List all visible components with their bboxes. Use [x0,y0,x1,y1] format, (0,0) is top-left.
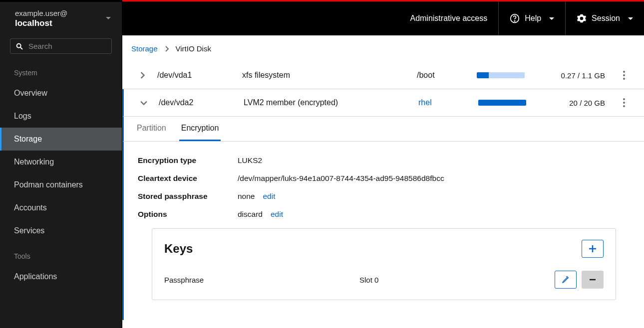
expand-toggle[interactable] [127,72,157,79]
nav-section-tools: Tools [0,242,122,265]
partition-fs: LVM2 member (encrypted) [244,98,418,107]
key-row: Passphrase Slot 0 [164,271,604,289]
row-menu[interactable] [609,98,639,107]
chevron-right-icon [165,46,169,52]
nav-storage[interactable]: Storage [0,128,122,151]
nav-networking[interactable]: Networking [0,151,122,173]
partition-row: /dev/vda2 LVM2 member (encrypted) rhel 2… [122,89,644,117]
username: example.user@ [15,9,112,17]
svg-point-4 [623,71,625,73]
caret-down-icon [549,17,554,20]
value-cleartext-device: /dev/mapper/luks-94e1a007-8744-4354-ad95… [238,174,630,183]
svg-point-5 [623,74,625,76]
label-encryption-type: Encryption type [138,156,238,165]
nav-overview[interactable]: Overview [0,82,122,105]
value-encryption-type: LUKS2 [238,156,630,165]
sidebar: example.user@ localhost System Overview … [0,0,122,328]
admin-access-label: Administrative access [410,14,487,23]
pencil-icon [562,276,570,284]
svg-line-1 [20,47,22,49]
minus-icon [589,276,597,284]
label-stored-passphrase: Stored passphrase [138,192,238,201]
edit-passphrase-link[interactable]: edit [263,192,275,201]
nav-podman[interactable]: Podman containers [0,173,122,196]
key-slot: Slot 0 [359,276,555,284]
nav-section-system: System [0,59,122,82]
usage-bar [477,72,537,78]
partition-row: /dev/vda1 xfs filesystem /boot 0.27 / 1.… [122,62,644,89]
partition-mount: rhel [418,98,478,107]
vg-link[interactable]: rhel [418,98,432,107]
label-options: Options [138,210,238,219]
help-icon [510,13,520,23]
partition-fs: xfs filesystem [242,71,417,80]
keys-card: Keys Passphrase Slot 0 [152,228,616,300]
svg-point-8 [623,102,625,104]
tab-encryption[interactable]: Encryption [179,117,221,141]
nav-applications[interactable]: Applications [0,265,122,288]
hostname: localhost [15,18,112,28]
topbar: Administrative access Help Session [122,0,644,35]
breadcrumb: Storage VirtIO Disk [122,35,644,62]
svg-point-7 [623,98,625,100]
host-selector[interactable]: example.user@ localhost [0,0,122,30]
edit-options-link[interactable]: edit [271,210,283,219]
options-text: discard [238,210,263,219]
partition-device: /dev/vda2 [159,98,244,107]
admin-access-button[interactable]: Administrative access [399,1,498,35]
session-label: Session [592,14,620,23]
svg-point-0 [17,43,21,47]
gear-icon [577,13,587,23]
encryption-details: Encryption type LUKS2 Cleartext device /… [122,142,644,320]
partition-mount: /boot [417,71,477,80]
detail-tabs: Partition Encryption [122,117,644,142]
partition-device: /dev/vda1 [157,71,242,80]
usage-bar [478,100,538,106]
tab-partition[interactable]: Partition [135,117,168,141]
row-menu[interactable] [609,71,639,80]
value-options: discard edit [238,210,630,219]
label-cleartext-device: Cleartext device [138,174,238,183]
delete-key-button[interactable] [582,271,604,289]
caret-down-icon [628,17,633,20]
search-input[interactable] [28,42,106,50]
edit-key-button[interactable] [555,271,577,289]
nav-logs[interactable]: Logs [0,105,122,128]
nav-services[interactable]: Services [0,219,122,242]
breadcrumb-current: VirtIO Disk [176,44,211,53]
value-stored-passphrase: none edit [238,192,630,201]
key-type: Passphrase [164,276,359,284]
usage-text: 20 / 20 GB [538,99,609,107]
main: Administrative access Help Session [122,0,644,328]
session-menu[interactable]: Session [565,1,644,35]
search-input-container [10,38,112,54]
plus-icon [589,245,597,253]
usage-text: 0.27 / 1.1 GB [537,71,609,80]
expand-toggle[interactable] [129,100,159,105]
nav-accounts[interactable]: Accounts [0,196,122,219]
breadcrumb-storage[interactable]: Storage [131,44,158,53]
caret-down-icon [106,17,111,19]
help-menu[interactable]: Help [498,1,565,35]
help-label: Help [525,14,541,23]
svg-point-6 [623,78,625,80]
svg-point-9 [623,105,625,107]
stored-passphrase-text: none [238,192,255,201]
keys-heading: Keys [164,242,193,256]
svg-point-3 [515,20,515,21]
add-key-button[interactable] [582,240,604,258]
search-icon [15,42,23,50]
